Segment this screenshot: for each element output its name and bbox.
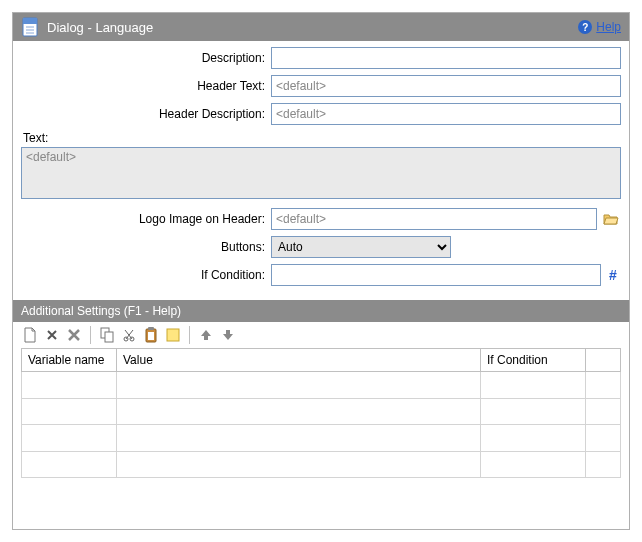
- note-icon: [166, 328, 180, 342]
- svg-rect-1: [23, 18, 37, 24]
- logo-label: Logo Image on Header:: [21, 212, 271, 226]
- paste-button[interactable]: [142, 326, 160, 344]
- buttons-select[interactable]: Auto: [271, 236, 451, 258]
- notes-button[interactable]: [164, 326, 182, 344]
- expression-button[interactable]: #: [605, 267, 621, 283]
- separator: [90, 326, 91, 344]
- arrow-down-icon: [222, 329, 234, 341]
- delete-all-icon: [67, 328, 81, 342]
- col-condition[interactable]: If Condition: [481, 349, 586, 372]
- header-title: Dialog - Language: [47, 20, 578, 35]
- header-text-input[interactable]: [271, 75, 621, 97]
- scissors-icon: [122, 328, 136, 342]
- move-up-button[interactable]: [197, 326, 215, 344]
- delete-icon: [45, 328, 59, 342]
- browse-button[interactable]: [601, 209, 621, 229]
- table-row[interactable]: [22, 372, 621, 399]
- help-link[interactable]: ? Help: [578, 20, 621, 34]
- table-row[interactable]: [22, 398, 621, 425]
- description-label: Description:: [21, 51, 271, 65]
- table-row[interactable]: [22, 451, 621, 478]
- separator: [189, 326, 190, 344]
- header-bar: Dialog - Language ? Help: [13, 13, 629, 41]
- document-icon: [21, 17, 39, 37]
- text-label: Text:: [21, 131, 621, 145]
- delete-button[interactable]: [43, 326, 61, 344]
- help-icon: ?: [578, 20, 592, 34]
- svg-rect-11: [148, 327, 154, 330]
- text-textarea[interactable]: <default>: [21, 147, 621, 199]
- svg-rect-12: [167, 329, 179, 341]
- dialog-panel: Dialog - Language ? Help Description: He…: [12, 12, 630, 530]
- svg-rect-10: [148, 332, 154, 340]
- form-area: Description: Header Text: Header Descrip…: [13, 41, 629, 300]
- arrow-up-icon: [200, 329, 212, 341]
- additional-settings-title: Additional Settings (F1 - Help): [21, 304, 181, 318]
- col-extra[interactable]: [586, 349, 621, 372]
- additional-grid[interactable]: Variable name Value If Condition: [21, 348, 621, 478]
- if-condition-label: If Condition:: [21, 268, 271, 282]
- table-row[interactable]: [22, 425, 621, 452]
- additional-settings-bar: Additional Settings (F1 - Help): [13, 300, 629, 322]
- description-input[interactable]: [271, 47, 621, 69]
- if-condition-input[interactable]: [271, 264, 601, 286]
- header-text-label: Header Text:: [21, 79, 271, 93]
- copy-icon: [100, 327, 114, 343]
- additional-grid-wrap: Variable name Value If Condition: [13, 348, 629, 529]
- col-value[interactable]: Value: [117, 349, 481, 372]
- header-description-label: Header Description:: [21, 107, 271, 121]
- new-file-icon: [23, 327, 37, 343]
- folder-open-icon: [603, 212, 619, 226]
- header-description-input[interactable]: [271, 103, 621, 125]
- svg-rect-6: [105, 332, 113, 342]
- delete-all-button[interactable]: [65, 326, 83, 344]
- additional-toolbar: [13, 322, 629, 348]
- table-header-row: Variable name Value If Condition: [22, 349, 621, 372]
- logo-input[interactable]: [271, 208, 597, 230]
- copy-button[interactable]: [98, 326, 116, 344]
- cut-button[interactable]: [120, 326, 138, 344]
- col-variable[interactable]: Variable name: [22, 349, 117, 372]
- buttons-label: Buttons:: [21, 240, 271, 254]
- new-button[interactable]: [21, 326, 39, 344]
- move-down-button[interactable]: [219, 326, 237, 344]
- paste-icon: [144, 327, 158, 343]
